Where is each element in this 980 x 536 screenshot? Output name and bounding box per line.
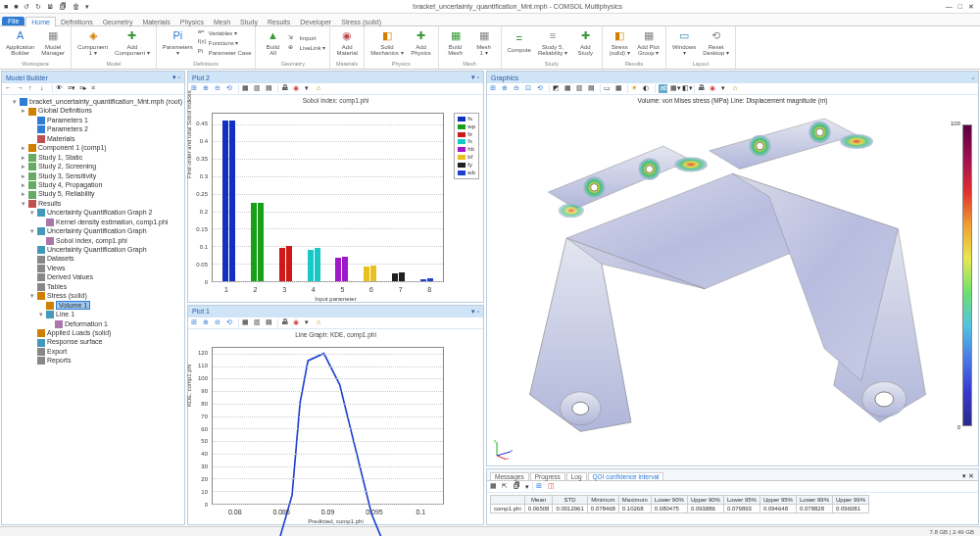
ribbon-livelink--button[interactable]: ⊕LiveLink ▾: [288, 43, 325, 52]
ribbon-variables--button[interactable]: a=Variables ▾: [198, 28, 252, 37]
view3-icon[interactable]: ▤: [266, 84, 274, 93]
reset-icon[interactable]: ⟲: [226, 318, 235, 327]
nav-fwd-icon[interactable]: →: [17, 84, 25, 93]
snapshot-icon[interactable]: ◉: [293, 84, 302, 93]
tree-item[interactable]: Derived Values: [30, 272, 182, 281]
view3-icon[interactable]: ▤: [266, 318, 274, 327]
print-icon[interactable]: 🖶: [281, 318, 290, 327]
chart-icon[interactable]: ◫: [548, 482, 557, 491]
ribbon-tab-developer[interactable]: Developer: [295, 18, 336, 26]
show-icon[interactable]: 👁: [56, 84, 65, 93]
view2-icon[interactable]: ▥: [254, 84, 263, 93]
ribbon-parameters-button[interactable]: PiParameters▾: [161, 28, 195, 57]
view1-icon[interactable]: ▦: [242, 318, 251, 327]
ribbon-component-button[interactable]: ◈Component1 ▾: [75, 28, 110, 57]
ribbon-functions--button[interactable]: f(x)Functions ▾: [198, 38, 252, 47]
maximize-button[interactable]: □: [958, 3, 962, 11]
table-cell[interactable]: 0.10268: [618, 505, 651, 513]
tree-item[interactable]: Parameters 2: [30, 124, 182, 133]
table-header[interactable]: Minimum: [587, 496, 618, 505]
table-cell[interactable]: 0.078468: [587, 505, 618, 513]
zoom-in-icon[interactable]: ⊕: [502, 84, 511, 93]
minimize-button[interactable]: —: [946, 3, 953, 11]
table-cell[interactable]: comp1.phi: [491, 505, 525, 513]
ribbon-parameter-case-button[interactable]: PiParameter Case: [198, 48, 252, 57]
home-icon[interactable]: ⌂: [733, 84, 742, 93]
bottom-tab-log[interactable]: Log: [566, 472, 587, 480]
tree-item[interactable]: Reports: [30, 356, 182, 365]
panel-close-icon[interactable]: ▾ ▫: [471, 73, 479, 81]
tree-item[interactable]: ▾Results▾Uncertainty Quantification Grap…: [22, 199, 182, 365]
ribbon-add-plot-button[interactable]: ▦Add PlotGroup ▾: [635, 28, 662, 57]
ribbon-tab-physics[interactable]: Physics: [175, 18, 209, 26]
ribbon-tab-mesh[interactable]: Mesh: [209, 18, 235, 26]
table-header[interactable]: Upper 90%: [687, 496, 723, 505]
qa-icon[interactable]: 🗑: [73, 3, 79, 11]
graphics-viewport[interactable]: Volume: von Mises stress (MPa) Line: Dis…: [487, 95, 978, 465]
table-cell[interactable]: 0.06508: [524, 505, 553, 513]
tree-item[interactable]: ▸Study 5, Reliability: [22, 189, 182, 198]
plot1-area[interactable]: Line Graph: KDE, comp1.phi KDE, comp1.ph…: [188, 329, 483, 524]
nav-back-icon[interactable]: ←: [5, 84, 14, 93]
ribbon-application-button[interactable]: AApplicationBuilder: [4, 28, 36, 57]
tree-item[interactable]: ▸Component 1 (comp1): [22, 143, 182, 152]
zoom-in-icon[interactable]: ⊕: [203, 84, 212, 93]
tree-root-label[interactable]: bracket_uncertainty_quantification_Mnt.m…: [29, 98, 182, 105]
table-header[interactable]: Lower 90%: [651, 496, 687, 505]
table-cell[interactable]: 0.0012961: [553, 505, 587, 513]
qa-icon[interactable]: ■: [14, 3, 18, 11]
zoom-in-icon[interactable]: ⊕: [203, 318, 212, 327]
table-cell[interactable]: 0.093886: [687, 505, 723, 513]
tree-item[interactable]: ▾Uncertainty Quantification Graph 2Kerne…: [30, 208, 182, 226]
tree-item[interactable]: Export: [30, 347, 182, 356]
tree-item[interactable]: Volume 1: [39, 301, 182, 310]
confidence-table[interactable]: MeanSTDMinimumMaximumLower 90%Upper 90%L…: [490, 495, 869, 513]
tree-item[interactable]: Tables: [30, 282, 182, 291]
select-icon[interactable]: ▭: [604, 84, 612, 93]
model-tree[interactable]: ▾bracket_uncertainty_quantification_Mnt.…: [2, 95, 184, 524]
tree-item[interactable]: ▸Study 1, Static: [22, 153, 182, 162]
ribbon-add-button[interactable]: ✚AddStudy: [572, 28, 598, 57]
tree-item[interactable]: ▸Global DefinitionsParameters 1Parameter…: [22, 106, 182, 143]
toggle3-icon[interactable]: ◧▾: [682, 84, 691, 93]
export-icon[interactable]: ⇱: [502, 482, 511, 491]
qa-icon[interactable]: ↺: [24, 3, 29, 11]
ribbon-tab-materials[interactable]: Materials: [137, 18, 174, 26]
toggle1-icon[interactable]: abc▾: [659, 84, 667, 93]
zoom-out-icon[interactable]: ⊖: [215, 84, 223, 93]
qa-icon[interactable]: 🗐: [60, 3, 67, 11]
reset-icon[interactable]: ⟲: [226, 84, 235, 93]
ribbon-build-button[interactable]: ▦BuildMesh: [443, 28, 468, 57]
qa-icon[interactable]: 🗎: [47, 3, 54, 11]
ribbon-reset-button[interactable]: ⟲ResetDesktop ▾: [701, 28, 731, 57]
table-header[interactable]: STD: [553, 496, 587, 505]
tree-item[interactable]: Parameters 1: [30, 116, 182, 124]
tree-item[interactable]: Deformation 1: [48, 319, 182, 328]
print-icon[interactable]: 🖶: [281, 84, 290, 93]
panel-close-icon[interactable]: ▫: [972, 74, 974, 81]
xy-view-icon[interactable]: ▦: [564, 84, 573, 93]
ribbon-model-button[interactable]: ▦ModelManager: [39, 28, 67, 57]
collapse-icon[interactable]: ≡▾: [68, 84, 76, 93]
panel-close-icon[interactable]: ▾ ▫: [471, 308, 479, 316]
scene-light-icon[interactable]: ☀: [631, 84, 640, 93]
panel-collapse-icon[interactable]: ▾ ▫: [172, 73, 180, 81]
ribbon-build-button[interactable]: ▲BuildAll: [260, 28, 285, 57]
table-header[interactable]: [491, 496, 525, 505]
nav-up-icon[interactable]: ↑: [28, 84, 37, 93]
bottom-tab-progress[interactable]: Progress: [530, 472, 565, 480]
tree-item[interactable]: Kernel density estimation, comp1.phi: [39, 218, 182, 226]
yz-view-icon[interactable]: ▤: [588, 84, 597, 93]
bottom-tab-messages[interactable]: Messages: [490, 472, 529, 480]
table-cell[interactable]: 0.096081: [833, 505, 869, 513]
plot2-area[interactable]: Sobol index: comp1.phi First-order and t…: [188, 95, 483, 302]
ribbon-stress-button[interactable]: ◧Stress(solid) ▾: [607, 28, 632, 57]
default-view-icon[interactable]: ◩: [553, 84, 562, 93]
table-header[interactable]: Mean: [524, 496, 553, 505]
zoom-extents-icon[interactable]: ⊞: [490, 84, 499, 93]
ribbon-tab-results[interactable]: Results: [263, 18, 295, 26]
transparency-icon[interactable]: ◐: [643, 84, 652, 93]
zoom-box-icon[interactable]: ⊡: [525, 84, 534, 93]
tree-item[interactable]: ▾Line 1Deformation 1: [39, 310, 182, 328]
select-all-icon[interactable]: ▦: [615, 84, 624, 93]
